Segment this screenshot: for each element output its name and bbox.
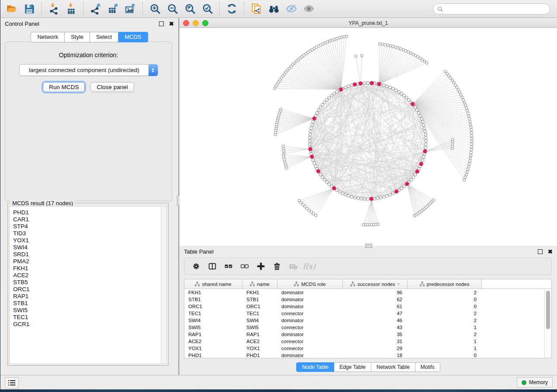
split-columns-button[interactable] [204, 259, 220, 273]
search-box[interactable] [433, 3, 550, 14]
export-table-button[interactable] [104, 1, 122, 16]
mcds-result-item[interactable]: PMA2 [13, 258, 158, 265]
deselect-all-checkboxes-button[interactable] [236, 259, 253, 273]
tab-node-table[interactable]: Node Table [296, 362, 334, 372]
mcds-result-item[interactable]: SWI5 [13, 307, 158, 314]
table-scrollbar-thumb[interactable] [546, 291, 550, 329]
column-header-name[interactable]: name [242, 279, 277, 289]
cell-shared-name: PHD1 [184, 353, 242, 358]
zoom-in-icon [149, 3, 161, 14]
network-canvas[interactable] [180, 28, 557, 246]
open-file-button[interactable] [3, 1, 21, 16]
mcds-result-item[interactable]: TEC1 [13, 314, 158, 321]
cell-name: PHD1 [242, 353, 277, 358]
close-panel-button[interactable]: Close panel [90, 82, 134, 92]
mcds-result-item[interactable]: CAR1 [13, 216, 158, 223]
zoom-selected-button[interactable] [199, 1, 216, 16]
zoom-fit-button[interactable] [181, 1, 199, 16]
show-all-button[interactable] [300, 1, 318, 16]
tab-network[interactable]: Network [31, 32, 65, 42]
mcds-result-item[interactable]: STB5 [13, 279, 158, 286]
network-graph[interactable] [180, 28, 557, 246]
mcds-result-list[interactable]: PHD1CAR1STP4TID3YOX1SWI4SRD1PMA2FKH1ACE2… [9, 206, 162, 364]
table-row[interactable]: ACE2ACE2connector311 [184, 338, 551, 345]
save-session-button[interactable] [21, 1, 38, 16]
clone-network-button[interactable] [248, 1, 265, 16]
table-row[interactable]: YOX1YOX1connector291 [184, 345, 551, 352]
cell-successor-nodes: 31 [343, 339, 408, 344]
zoom-in-button[interactable] [146, 1, 164, 16]
table-row[interactable]: STB1STB1dominator620 [184, 296, 551, 303]
mcds-result-item[interactable]: YOX1 [13, 237, 158, 244]
deselect-all-checkboxes-icon [240, 261, 249, 271]
export-network-button[interactable] [87, 1, 104, 16]
mcds-result-item[interactable]: SRD1 [13, 251, 158, 258]
task-history-button[interactable] [5, 377, 19, 389]
cell-MCDS-role: dominator [277, 304, 343, 309]
mcds-result-item[interactable]: STP4 [13, 223, 158, 230]
float-panel-icon[interactable] [159, 21, 164, 26]
table-panel-drag-handle[interactable] [365, 244, 372, 248]
zoom-fit-icon [184, 3, 196, 14]
select-all-checkboxes-button[interactable] [220, 259, 236, 273]
column-header-successor-nodes[interactable]: successor nodes› [343, 279, 408, 289]
mcds-list-scrollbar[interactable] [161, 206, 167, 364]
tab-motifs[interactable]: Motifs [415, 362, 440, 372]
mcds-result-item[interactable]: GCR1 [13, 321, 158, 328]
mcds-result-item[interactable]: ORC1 [13, 286, 158, 293]
mcds-result-item[interactable]: PHD1 [13, 209, 158, 216]
column-header-MCDS-role[interactable]: MCDS role [277, 279, 343, 289]
tab-select[interactable]: Select [90, 32, 118, 42]
table-row[interactable]: PHD1PHD1dominator180 [184, 352, 551, 358]
table-row[interactable]: SWI5SWI5connector431 [184, 324, 551, 331]
table-row[interactable]: RAP1RAP1dominator352 [184, 331, 551, 338]
export-image-button[interactable] [122, 1, 139, 16]
search-binoculars-button[interactable] [265, 1, 283, 16]
cell-MCDS-role: connector [277, 325, 343, 330]
memory-button[interactable]: Memory [517, 377, 553, 388]
column-header-shared-name[interactable]: shared name [184, 279, 242, 289]
cell-predecessor-nodes: 2 [408, 290, 482, 295]
criterion-select[interactable]: largest connected component (undirected) [19, 64, 158, 76]
zoom-out-button[interactable] [164, 1, 181, 16]
mcds-result-item[interactable]: FKH1 [13, 265, 158, 272]
table-row[interactable]: SWI4SWI4dominator462 [184, 317, 551, 324]
table-row[interactable]: ORC1ORC1dominator610 [184, 303, 551, 310]
refresh-view-button[interactable] [223, 1, 241, 16]
close-panel-icon[interactable]: ✖ [169, 21, 174, 27]
tab-style[interactable]: Style [65, 32, 90, 42]
close-table-panel-icon[interactable]: ✖ [548, 249, 553, 254]
run-mcds-button[interactable]: Run MCDS [43, 82, 85, 92]
mcds-result-item[interactable]: SWI4 [13, 244, 158, 251]
import-network-button[interactable] [45, 1, 62, 16]
tab-network-table[interactable]: Network Table [371, 362, 415, 372]
add-column-icon [256, 261, 266, 271]
hide-selected-button[interactable] [283, 1, 300, 16]
cell-name: STB1 [242, 297, 277, 302]
cell-MCDS-role: connector [277, 311, 343, 316]
float-table-panel-icon[interactable] [538, 249, 543, 254]
delete-table-icon [288, 261, 298, 271]
add-column-button[interactable] [253, 259, 269, 273]
table-row[interactable]: FKH1FKH1dominator962 [184, 289, 551, 296]
table-scrollbar[interactable] [544, 289, 551, 358]
cell-MCDS-role: dominator [277, 332, 343, 337]
cell-name: TEC1 [242, 311, 277, 316]
mcds-result-item[interactable]: RAP1 [13, 293, 158, 300]
gear-button[interactable] [188, 259, 204, 273]
table-row[interactable]: TEC1TEC1connector472 [184, 310, 551, 317]
select-spinner-icon[interactable] [149, 64, 158, 76]
tab-mcds[interactable]: MCDS [118, 32, 148, 42]
column-header-predecessor-nodes[interactable]: predecessor nodes [408, 279, 482, 289]
import-table-button[interactable] [62, 1, 80, 16]
memory-status-icon [522, 380, 526, 385]
mcds-result-item[interactable]: STB1 [13, 300, 158, 307]
tab-edge-table[interactable]: Edge Table [334, 362, 371, 372]
cell-predecessor-nodes: 2 [408, 311, 482, 316]
cell-shared-name: ORC1 [184, 304, 242, 309]
mcds-result-item[interactable]: ACE2 [13, 272, 158, 279]
delete-columns-button[interactable] [269, 259, 285, 273]
table-tabs: Node TableEdge TableNetwork TableMotifs [180, 362, 557, 372]
mcds-result-item[interactable]: TID3 [13, 230, 158, 237]
search-input[interactable] [446, 6, 546, 13]
